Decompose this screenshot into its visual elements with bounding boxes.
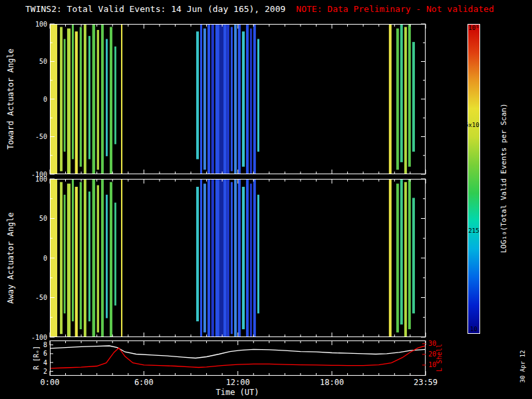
svg-text:20: 20 [428, 350, 436, 358]
svg-text:-100: -100 [31, 334, 47, 341]
svg-text:10: 10 [428, 361, 436, 368]
figure-title: TWINS2: Total Valid Events: 14 Jun (day … [25, 4, 494, 14]
colorbar-tick-label: 10 [470, 326, 477, 332]
svg-text:0: 0 [43, 96, 47, 103]
colorbar-tick-label: 215 [468, 227, 479, 234]
svg-text:-50: -50 [35, 294, 47, 301]
svg-text:100: 100 [35, 176, 47, 183]
svg-text:100: 100 [35, 21, 47, 28]
title-note: NOTE: Data Preliminary - Not validated [296, 4, 493, 14]
svg-text:-50: -50 [35, 133, 47, 140]
svg-text:4: 4 [43, 359, 47, 366]
line-panel: 86423020100:006:0012:0018:0023:59 [27, 340, 479, 394]
svg-text:0:00: 0:00 [41, 378, 60, 387]
svg-text:0: 0 [43, 255, 47, 262]
svg-text:6: 6 [43, 350, 47, 357]
colorbar-title: LOG₁₀(Total Valid Events per Scan) [499, 103, 508, 253]
svg-text:8: 8 [43, 341, 47, 348]
svg-text:30: 30 [428, 340, 436, 347]
svg-text:2: 2 [43, 368, 47, 375]
yaxis-title-toward: Toward Actuator Angle [6, 49, 15, 150]
colorbar: 10⁵5x10³21510 [467, 24, 480, 334]
svg-text:50: 50 [39, 58, 47, 65]
svg-text:23:59: 23:59 [414, 378, 438, 387]
svg-text:18:00: 18:00 [320, 378, 344, 387]
title-text: TWINS2: Total Valid Events: 14 Jun (day … [25, 4, 285, 14]
svg-text:6:00: 6:00 [134, 378, 154, 387]
twins-figure: TWINS2: Total Valid Events: 14 Jun (day … [0, 0, 532, 399]
svg-text:50: 50 [39, 215, 47, 222]
yaxis-title-away: Away Actuator Angle [6, 212, 15, 303]
spectrogram-toward: 100500-50-100 [27, 24, 442, 174]
spectrogram-away: 100500-50-100 [27, 179, 442, 337]
svg-text:12:00: 12:00 [226, 378, 250, 387]
date-stamp: 30 Apr 12 [519, 350, 526, 383]
colorbar-tick-label: 5x10³ [465, 122, 483, 128]
colorbar-tick-label: 10⁵ [468, 25, 479, 31]
xaxis-title: Time (UT) [215, 388, 259, 397]
